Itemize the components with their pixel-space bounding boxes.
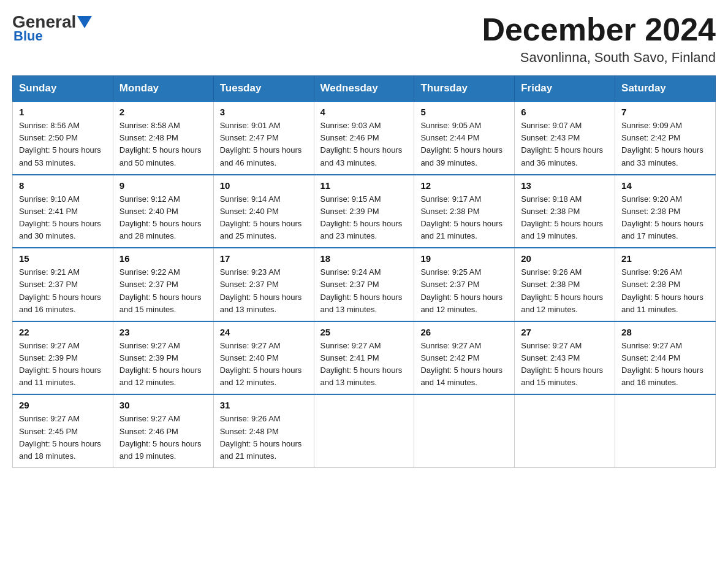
calendar-cell: 5 Sunrise: 9:05 AMSunset: 2:44 PMDayligh… — [414, 101, 515, 175]
calendar-cell: 16 Sunrise: 9:22 AMSunset: 2:37 PMDaylig… — [113, 248, 213, 321]
day-number: 30 — [119, 400, 207, 410]
calendar-cell — [414, 394, 515, 467]
day-info: Sunrise: 9:27 AMSunset: 2:39 PMDaylight:… — [119, 340, 207, 389]
day-number: 7 — [621, 107, 709, 117]
day-number: 29 — [19, 400, 107, 410]
day-info: Sunrise: 9:23 AMSunset: 2:37 PMDaylight:… — [220, 266, 308, 316]
calendar-cell: 31 Sunrise: 9:26 AMSunset: 2:48 PMDaylig… — [213, 394, 314, 467]
week-row-3: 15 Sunrise: 9:21 AMSunset: 2:37 PMDaylig… — [13, 248, 716, 321]
day-info: Sunrise: 9:27 AMSunset: 2:40 PMDaylight:… — [220, 340, 308, 389]
day-info: Sunrise: 9:10 AMSunset: 2:41 PMDaylight:… — [19, 193, 107, 243]
day-info: Sunrise: 9:20 AMSunset: 2:38 PMDaylight:… — [621, 193, 709, 243]
day-number: 21 — [621, 253, 709, 264]
calendar-cell: 9 Sunrise: 9:12 AMSunset: 2:40 PMDayligh… — [113, 175, 213, 248]
calendar-cell: 15 Sunrise: 9:21 AMSunset: 2:37 PMDaylig… — [13, 248, 113, 321]
calendar-cell: 26 Sunrise: 9:27 AMSunset: 2:42 PMDaylig… — [414, 321, 515, 395]
day-number: 25 — [320, 327, 408, 337]
logo: General Blue — [12, 12, 93, 44]
month-title: December 2024 — [482, 12, 716, 47]
day-number: 4 — [320, 107, 408, 117]
calendar-cell: 12 Sunrise: 9:17 AMSunset: 2:38 PMDaylig… — [414, 175, 515, 248]
day-info: Sunrise: 9:12 AMSunset: 2:40 PMDaylight:… — [119, 193, 207, 243]
day-info: Sunrise: 9:09 AMSunset: 2:42 PMDaylight:… — [621, 120, 709, 169]
week-row-5: 29 Sunrise: 9:27 AMSunset: 2:45 PMDaylig… — [13, 394, 716, 467]
day-info: Sunrise: 9:27 AMSunset: 2:43 PMDaylight:… — [521, 340, 609, 389]
day-info: Sunrise: 9:24 AMSunset: 2:37 PMDaylight:… — [320, 266, 408, 316]
day-number: 1 — [19, 107, 107, 117]
day-number: 23 — [119, 327, 207, 337]
calendar-cell: 19 Sunrise: 9:25 AMSunset: 2:37 PMDaylig… — [414, 248, 515, 321]
day-info: Sunrise: 9:21 AMSunset: 2:37 PMDaylight:… — [19, 266, 107, 316]
calendar-cell: 23 Sunrise: 9:27 AMSunset: 2:39 PMDaylig… — [113, 321, 213, 395]
day-number: 17 — [220, 253, 308, 264]
calendar-cell: 28 Sunrise: 9:27 AMSunset: 2:44 PMDaylig… — [615, 321, 716, 395]
calendar-cell: 27 Sunrise: 9:27 AMSunset: 2:43 PMDaylig… — [515, 321, 615, 395]
day-info: Sunrise: 9:27 AMSunset: 2:44 PMDaylight:… — [621, 340, 709, 389]
day-info: Sunrise: 9:07 AMSunset: 2:43 PMDaylight:… — [521, 120, 609, 169]
day-number: 13 — [521, 180, 609, 191]
day-info: Sunrise: 9:15 AMSunset: 2:39 PMDaylight:… — [320, 193, 408, 243]
day-info: Sunrise: 9:22 AMSunset: 2:37 PMDaylight:… — [119, 266, 207, 316]
calendar-cell: 29 Sunrise: 9:27 AMSunset: 2:45 PMDaylig… — [13, 394, 113, 467]
calendar-cell: 18 Sunrise: 9:24 AMSunset: 2:37 PMDaylig… — [314, 248, 414, 321]
calendar-cell: 20 Sunrise: 9:26 AMSunset: 2:38 PMDaylig… — [515, 248, 615, 321]
calendar-cell: 3 Sunrise: 9:01 AMSunset: 2:47 PMDayligh… — [213, 101, 314, 175]
day-number: 3 — [220, 107, 308, 117]
day-info: Sunrise: 9:26 AMSunset: 2:48 PMDaylight:… — [220, 413, 308, 462]
calendar-body: 1 Sunrise: 8:56 AMSunset: 2:50 PMDayligh… — [13, 101, 716, 467]
page-header: General Blue December 2024 Savonlinna, S… — [12, 12, 716, 66]
calendar-cell: 13 Sunrise: 9:18 AMSunset: 2:38 PMDaylig… — [515, 175, 615, 248]
col-saturday: Saturday — [615, 76, 716, 102]
title-section: December 2024 Savonlinna, South Savo, Fi… — [482, 12, 716, 66]
day-info: Sunrise: 9:25 AMSunset: 2:37 PMDaylight:… — [420, 266, 508, 316]
day-number: 28 — [621, 327, 709, 337]
calendar-cell: 21 Sunrise: 9:26 AMSunset: 2:38 PMDaylig… — [615, 248, 716, 321]
day-number: 11 — [320, 180, 408, 191]
day-number: 16 — [119, 253, 207, 264]
calendar-cell — [314, 394, 414, 467]
day-number: 6 — [521, 107, 609, 117]
day-info: Sunrise: 8:58 AMSunset: 2:48 PMDaylight:… — [119, 120, 207, 169]
day-info: Sunrise: 9:01 AMSunset: 2:47 PMDaylight:… — [220, 120, 308, 169]
day-info: Sunrise: 9:26 AMSunset: 2:38 PMDaylight:… — [621, 266, 709, 316]
col-sunday: Sunday — [13, 76, 113, 102]
week-row-4: 22 Sunrise: 9:27 AMSunset: 2:39 PMDaylig… — [13, 321, 716, 395]
calendar-cell: 17 Sunrise: 9:23 AMSunset: 2:37 PMDaylig… — [213, 248, 314, 321]
col-wednesday: Wednesday — [314, 76, 414, 102]
week-row-1: 1 Sunrise: 8:56 AMSunset: 2:50 PMDayligh… — [13, 101, 716, 175]
calendar-cell: 10 Sunrise: 9:14 AMSunset: 2:40 PMDaylig… — [213, 175, 314, 248]
day-number: 19 — [420, 253, 508, 264]
calendar-cell: 24 Sunrise: 9:27 AMSunset: 2:40 PMDaylig… — [213, 321, 314, 395]
day-info: Sunrise: 9:27 AMSunset: 2:42 PMDaylight:… — [420, 340, 508, 389]
day-info: Sunrise: 9:26 AMSunset: 2:38 PMDaylight:… — [521, 266, 609, 316]
day-info: Sunrise: 9:17 AMSunset: 2:38 PMDaylight:… — [420, 193, 508, 243]
day-number: 14 — [621, 180, 709, 191]
day-number: 20 — [521, 253, 609, 264]
col-thursday: Thursday — [414, 76, 515, 102]
day-number: 27 — [521, 327, 609, 337]
day-info: Sunrise: 9:18 AMSunset: 2:38 PMDaylight:… — [521, 193, 609, 243]
col-tuesday: Tuesday — [213, 76, 314, 102]
day-info: Sunrise: 9:27 AMSunset: 2:45 PMDaylight:… — [19, 413, 107, 462]
day-number: 22 — [19, 327, 107, 337]
day-number: 5 — [420, 107, 508, 117]
calendar-cell: 2 Sunrise: 8:58 AMSunset: 2:48 PMDayligh… — [113, 101, 213, 175]
calendar-cell: 25 Sunrise: 9:27 AMSunset: 2:41 PMDaylig… — [314, 321, 414, 395]
calendar-cell: 8 Sunrise: 9:10 AMSunset: 2:41 PMDayligh… — [13, 175, 113, 248]
calendar-cell: 11 Sunrise: 9:15 AMSunset: 2:39 PMDaylig… — [314, 175, 414, 248]
day-info: Sunrise: 9:27 AMSunset: 2:41 PMDaylight:… — [320, 340, 408, 389]
calendar-cell: 6 Sunrise: 9:07 AMSunset: 2:43 PMDayligh… — [515, 101, 615, 175]
calendar-cell: 1 Sunrise: 8:56 AMSunset: 2:50 PMDayligh… — [13, 101, 113, 175]
day-info: Sunrise: 9:14 AMSunset: 2:40 PMDaylight:… — [220, 193, 308, 243]
calendar-table: Sunday Monday Tuesday Wednesday Thursday… — [12, 75, 716, 468]
logo-blue-text: Blue — [13, 28, 43, 44]
day-number: 26 — [420, 327, 508, 337]
calendar-cell — [615, 394, 716, 467]
calendar-header-row: Sunday Monday Tuesday Wednesday Thursday… — [13, 76, 716, 102]
day-info: Sunrise: 9:27 AMSunset: 2:46 PMDaylight:… — [119, 413, 207, 462]
week-row-2: 8 Sunrise: 9:10 AMSunset: 2:41 PMDayligh… — [13, 175, 716, 248]
location-text: Savonlinna, South Savo, Finland — [482, 50, 716, 66]
day-number: 18 — [320, 253, 408, 264]
calendar-cell: 14 Sunrise: 9:20 AMSunset: 2:38 PMDaylig… — [615, 175, 716, 248]
calendar-cell — [515, 394, 615, 467]
